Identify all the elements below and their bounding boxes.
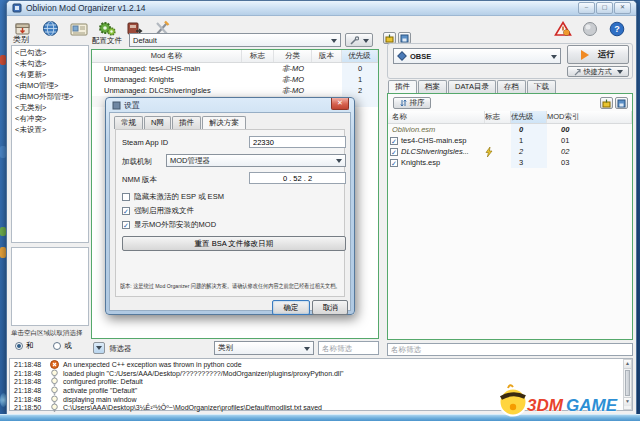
filter-collapse-button[interactable] xyxy=(93,342,105,354)
plugin-row[interactable]: tes4-CHS-main.esp 1 01 xyxy=(388,135,632,146)
shortcut-label: 快捷方式 xyxy=(584,67,612,77)
group-by-select[interactable]: 类别 xyxy=(214,341,314,355)
tab-saves[interactable]: 存档 xyxy=(497,80,526,93)
hide-inactive-checkbox[interactable]: 隐藏未激活的 ESP 或 ESM xyxy=(122,192,224,202)
shortcut-button[interactable]: 快捷方式 xyxy=(567,66,629,77)
load-mechanism-select[interactable]: MOD管理器 xyxy=(166,154,346,167)
sort-button[interactable]: 排序 xyxy=(393,97,431,109)
column-flags[interactable]: 标志 xyxy=(485,111,511,123)
plugin-row[interactable]: Oblivion.esm 0 00 xyxy=(388,124,632,135)
plugin-index: 03 xyxy=(547,157,632,168)
executable-select[interactable]: OBSE xyxy=(393,48,561,64)
tab-archives[interactable]: 档案 xyxy=(418,80,447,93)
create-loadorder-backup-button[interactable] xyxy=(615,97,628,109)
sidebar-item-notset[interactable]: <未设置> xyxy=(13,124,87,135)
scroll-up-icon[interactable]: ▲ xyxy=(624,360,631,369)
plugin-priority: 2 xyxy=(511,146,547,157)
warning-icon xyxy=(554,21,572,37)
column-flags[interactable]: 标志 xyxy=(242,50,274,62)
plugin-row[interactable]: DLCShiveringIsles... 2 02 xyxy=(388,146,632,157)
column-category[interactable]: 分类 xyxy=(274,50,312,62)
minimize-button[interactable]: – xyxy=(578,2,595,14)
run-button[interactable]: 运行 xyxy=(567,45,629,64)
plugin-name: Oblivion.esm xyxy=(388,124,485,135)
lightning-flag-icon xyxy=(485,147,493,157)
column-mod-index[interactable]: MOD索引 xyxy=(547,111,632,123)
plugin-checkbox[interactable] xyxy=(390,159,398,167)
error-icon xyxy=(50,360,59,369)
log-entry[interactable]: 21:18:48 loaded plugin "C:/Users/AAA/Des… xyxy=(10,369,632,378)
mod-row[interactable]: Unmanaged: Knights 非-MO 1 xyxy=(92,74,378,85)
tab-data[interactable]: DATA目录 xyxy=(448,80,496,93)
profile-select[interactable]: Default xyxy=(129,33,341,47)
bulb-icon xyxy=(50,403,59,412)
plugin-name-filter-input[interactable] xyxy=(387,343,633,356)
run-label: 运行 xyxy=(598,49,615,61)
cancel-button[interactable]: 取消 xyxy=(312,300,348,315)
dialog-titlebar[interactable]: 设置 xyxy=(112,99,140,112)
force-enable-checkbox[interactable]: 强制启用游戏文件 xyxy=(122,206,194,216)
log-entry[interactable]: 21:18:48 An unexpected C++ exception was… xyxy=(10,360,632,369)
close-button[interactable]: ✕ xyxy=(614,2,631,14)
tab-plugins[interactable]: 插件 xyxy=(172,116,201,129)
mod-version xyxy=(312,63,342,74)
column-version[interactable]: 版本 xyxy=(312,50,342,62)
mod-name-filter-input[interactable] xyxy=(318,341,379,355)
ok-button[interactable]: 确定 xyxy=(272,300,310,315)
tab-nexus[interactable]: N网 xyxy=(144,116,171,129)
dialog-icon xyxy=(112,101,121,110)
notifications-button[interactable] xyxy=(553,19,572,38)
tab-general[interactable]: 常规 xyxy=(114,116,143,129)
profile-card-icon xyxy=(70,21,88,37)
sidebar-item-conflict[interactable]: <有冲突> xyxy=(13,113,87,124)
sidebar-item-managed[interactable]: <由MO管理> xyxy=(13,80,87,91)
selection-listbox[interactable] xyxy=(11,247,89,326)
plugin-row[interactable]: Knights.esp 3 03 xyxy=(388,157,632,168)
tab-downloads[interactable]: 下载 xyxy=(527,80,556,93)
sidebar-item-nocategory[interactable]: <无类别> xyxy=(13,102,87,113)
plugin-checkbox[interactable] xyxy=(390,148,398,156)
maximize-button[interactable]: ▢ xyxy=(596,2,613,14)
mod-category: 非-MO xyxy=(274,63,312,74)
workarounds-tab-page: Steam App ID 加载机制 MOD管理器 NMM 版本 隐藏未激活的 E… xyxy=(115,129,345,297)
mod-row[interactable]: Unmanaged: DLCShiveringIsles 非-MO 2 xyxy=(92,85,378,96)
radio-and-icon xyxy=(15,342,23,350)
filter-or-radio[interactable]: 或 xyxy=(53,341,72,351)
sidebar-item-update[interactable]: <有更新> xyxy=(13,69,87,80)
restore-loadorder-backup-button[interactable] xyxy=(600,97,613,109)
filter-and-radio[interactable]: 和 xyxy=(15,341,34,351)
help-icon: ? xyxy=(609,21,625,37)
chevron-down-icon xyxy=(363,39,369,46)
nexus-button[interactable] xyxy=(41,19,60,38)
tab-plugins[interactable]: 插件 xyxy=(388,80,417,94)
help-button[interactable]: ? xyxy=(607,19,626,38)
column-name[interactable]: 名称 xyxy=(388,111,485,123)
plugin-name: DLCShiveringIsles... xyxy=(401,147,469,156)
restore-backup-icon xyxy=(602,99,611,108)
dialog-close-button[interactable]: ✕ xyxy=(331,98,349,110)
column-mod-name[interactable]: Mod 名称 xyxy=(92,50,242,62)
mod-flags xyxy=(242,85,274,96)
profiles-button[interactable] xyxy=(69,19,88,38)
radio-or-icon xyxy=(53,342,61,350)
column-priority[interactable]: 优先级 xyxy=(511,111,547,123)
tab-workarounds[interactable]: 解决方案 xyxy=(202,116,246,130)
profile-value: Default xyxy=(133,36,157,45)
sidebar-item-unchecked[interactable]: <未勾选> xyxy=(13,58,87,69)
sort-icon xyxy=(400,99,407,107)
sidebar-item-external[interactable]: <由MO外部管理> xyxy=(13,91,87,102)
endorse-button[interactable] xyxy=(580,19,599,38)
profile-tools-button[interactable] xyxy=(345,33,373,47)
column-priority[interactable]: 优先级 xyxy=(342,50,378,62)
plugin-panel: 排序 名称 标志 优先级 MOD索引 Oblivion.esm 0 xyxy=(387,93,633,340)
steam-app-id-input[interactable] xyxy=(249,136,346,148)
window-titlebar[interactable]: Oblivion Mod Organizer v1.2.14 – ▢ ✕ xyxy=(7,1,636,16)
plugin-checkbox[interactable] xyxy=(390,137,398,145)
sidebar-item-checked[interactable]: <已勾选> xyxy=(13,47,87,58)
nmm-version-input[interactable] xyxy=(249,172,346,184)
steam-app-id-label: Steam App ID xyxy=(122,138,168,147)
mod-row[interactable]: Unmanaged: tes4-CHS-main 非-MO 0 xyxy=(92,63,378,74)
show-external-checkbox[interactable]: 显示MO外部安装的MOD xyxy=(122,220,216,230)
reset-bsa-dates-button[interactable]: 重置 BSA 文件修改日期 xyxy=(122,236,346,251)
radio-or-label: 或 xyxy=(64,341,72,351)
